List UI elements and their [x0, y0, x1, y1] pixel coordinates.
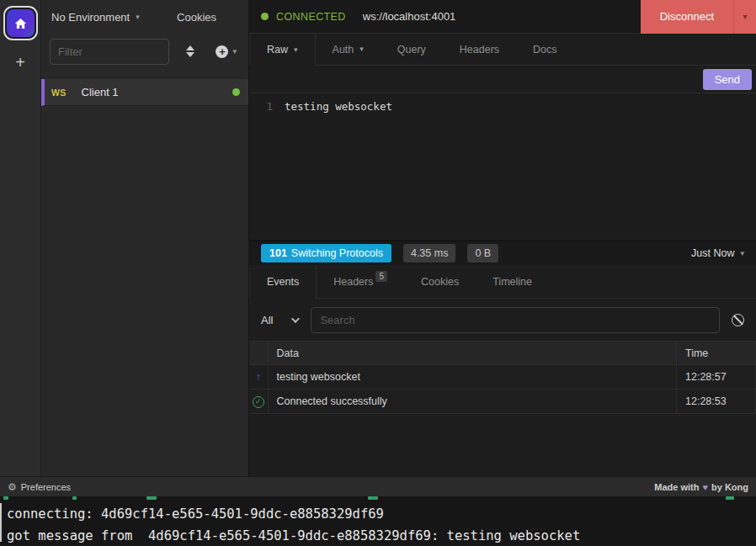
send-row: Send	[249, 66, 756, 93]
app-body: + No Environment ▾ Cookies + ▾	[0, 0, 756, 476]
event-icon-cell: ✓	[249, 390, 268, 414]
tab-response-cookies-label: Cookies	[421, 276, 459, 288]
sidebar-item-ws-client[interactable]: WS Client 1	[41, 79, 248, 106]
response-empty-area	[249, 414, 756, 476]
send-button[interactable]: Send	[703, 69, 752, 90]
event-row-outgoing[interactable]: ↑ testing websocket 12:28:57	[249, 365, 756, 390]
connected-status-dot	[232, 88, 240, 96]
request-tabs: Raw ▾ Auth ▾ Query Headers Docs	[249, 34, 756, 66]
icon-column-header	[249, 342, 268, 365]
chevron-down-icon: ▾	[294, 46, 298, 54]
tab-auth-label: Auth	[333, 44, 354, 56]
duration-chip: 4.35 ms	[403, 244, 455, 262]
sidebar-filter-input[interactable]	[50, 39, 169, 65]
data-column-header: Data	[268, 342, 677, 365]
size-chip: 0 B	[467, 244, 498, 262]
tab-events-label: Events	[267, 276, 299, 288]
response-history-dropdown[interactable]: Just Now ▾	[691, 247, 744, 259]
tab-query-label: Query	[397, 44, 426, 56]
terminal[interactable]: connecting: 4d69cf14-e565-4501-9ddc-e885…	[0, 496, 756, 546]
tab-headers[interactable]: Headers	[443, 34, 516, 65]
chevron-down-icon: ▾	[740, 250, 744, 257]
connection-status-dot	[261, 13, 269, 20]
event-data-cell: Connected successfully	[268, 390, 677, 414]
disconnect-dropdown-button[interactable]: ▾	[733, 0, 756, 34]
websocket-url[interactable]: ws://localhost:4001	[363, 10, 456, 23]
disconnect-split-button: Disconnect ▾	[641, 0, 756, 34]
event-filter-row: All	[249, 299, 756, 341]
status-reason: Switching Protocols	[291, 247, 383, 259]
tab-raw[interactable]: Raw ▾	[249, 34, 316, 66]
event-type-value: All	[261, 314, 273, 326]
clear-events-icon[interactable]	[732, 314, 744, 326]
tab-docs[interactable]: Docs	[516, 34, 573, 65]
terminal-line: connecting: 4d69cf14-e565-4501-9ddc-e885…	[7, 503, 756, 525]
credit-prefix: Made with	[654, 482, 699, 492]
events-table: Data Time ↑ testing websocket 12:28:57 ✓…	[249, 341, 756, 414]
heart-icon: ♥	[702, 482, 708, 492]
event-type-select[interactable]: All	[261, 314, 311, 326]
message-editor[interactable]: 1 testing websocket	[249, 93, 756, 240]
chevron-down-icon	[291, 315, 300, 323]
headers-count-badge: 5	[375, 271, 387, 282]
sidebar-filter-row: + ▾	[41, 34, 248, 69]
tab-response-headers-label: Headers	[333, 276, 373, 288]
sort-down-triangle	[186, 52, 194, 57]
tab-events[interactable]: Events	[249, 265, 317, 299]
clipped-terminal-text	[72, 496, 77, 500]
insomnia-app: + No Environment ▾ Cookies + ▾	[0, 0, 756, 546]
clipped-terminal-text	[3, 496, 8, 500]
terminal-line: got message from 4d69cf14-e565-4501-9ddc…	[7, 525, 756, 546]
disconnect-button[interactable]: Disconnect	[641, 0, 733, 34]
environment-selector[interactable]: No Environment ▾	[51, 11, 177, 24]
editor-content: testing websocket	[285, 99, 392, 114]
tab-response-headers[interactable]: Headers 5	[317, 265, 404, 298]
status-footer: ⚙ Preferences Made with ♥ by Kong	[0, 476, 756, 496]
home-icon	[13, 17, 28, 30]
main-panel: CONNECTED ws://localhost:4001 Disconnect…	[249, 0, 756, 476]
event-time-cell: 12:28:57	[677, 365, 756, 390]
event-time-cell: 12:28:53	[677, 390, 756, 414]
tab-response-cookies[interactable]: Cookies	[404, 265, 476, 298]
cookies-button[interactable]: Cookies	[177, 11, 216, 24]
event-icon-cell: ↑	[249, 365, 268, 390]
credit-suffix: by Kong	[711, 482, 748, 492]
new-project-button[interactable]: +	[15, 54, 25, 71]
time-column-header: Time	[677, 342, 756, 365]
tab-raw-label: Raw	[267, 44, 288, 56]
kong-credit: Made with ♥ by Kong	[654, 482, 748, 492]
sidebar-header: No Environment ▾ Cookies	[41, 0, 248, 34]
preferences-label: Preferences	[21, 482, 71, 492]
status-badge: 101 Switching Protocols	[261, 244, 391, 262]
home-button[interactable]	[7, 9, 35, 37]
url-bar: CONNECTED ws://localhost:4001 Disconnect…	[249, 0, 756, 34]
sidebar: No Environment ▾ Cookies + ▾ WS Client 1	[40, 0, 249, 476]
tab-query[interactable]: Query	[381, 34, 443, 65]
history-label: Just Now	[691, 247, 734, 259]
chevron-down-icon: ▾	[232, 48, 237, 56]
connection-status-label: CONNECTED	[276, 11, 346, 23]
create-request-button[interactable]: + ▾	[216, 45, 237, 58]
clipped-terminal-text	[368, 496, 378, 500]
status-code: 101	[269, 247, 287, 259]
sort-icon[interactable]	[186, 45, 194, 57]
event-row-connected[interactable]: ✓ Connected successfully 12:28:53	[249, 390, 756, 414]
event-search-input[interactable]	[311, 307, 720, 333]
ws-protocol-tag: WS	[51, 87, 67, 98]
response-tabs: Events Headers 5 Cookies Timeline	[249, 265, 756, 299]
preferences-button[interactable]: ⚙ Preferences	[8, 481, 71, 493]
tab-timeline[interactable]: Timeline	[476, 265, 549, 298]
terminal-cursor	[0, 503, 2, 542]
sort-up-triangle	[186, 45, 194, 50]
response-status-bar: 101 Switching Protocols 4.35 ms 0 B Just…	[249, 240, 756, 265]
sent-message-icon: ↑	[256, 371, 261, 383]
tab-headers-label: Headers	[460, 44, 499, 56]
clipped-terminal-text	[726, 496, 734, 500]
terminal-output: connecting: 4d69cf14-e565-4501-9ddc-e885…	[0, 496, 756, 546]
events-table-header: Data Time	[249, 342, 756, 365]
client-name: Client 1	[82, 86, 119, 98]
tab-auth[interactable]: Auth ▾	[316, 34, 381, 65]
chevron-down-icon: ▾	[136, 13, 140, 21]
tab-timeline-label: Timeline	[492, 276, 532, 288]
home-button-ring	[3, 6, 38, 40]
